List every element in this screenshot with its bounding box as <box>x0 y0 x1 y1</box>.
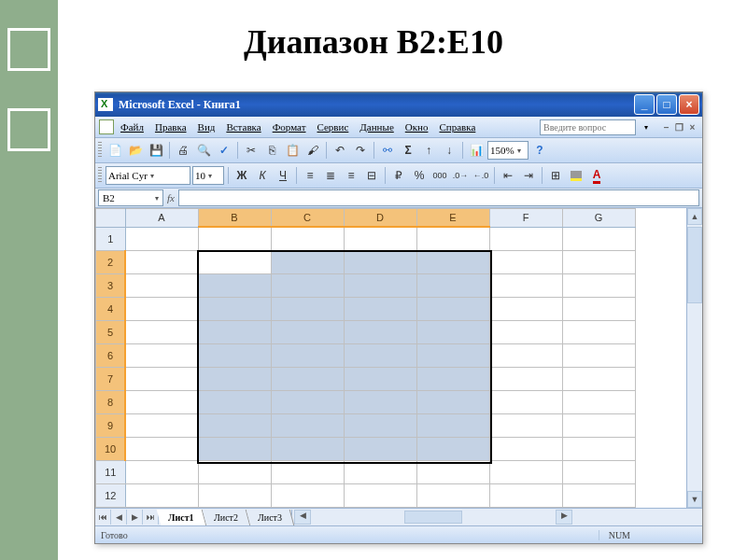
cell-F1[interactable] <box>489 227 562 251</box>
sheet-tab-Лист1[interactable]: Лист1 <box>157 510 206 525</box>
cell-G5[interactable] <box>562 321 635 344</box>
scroll-right-arrow[interactable]: ▶ <box>556 510 572 525</box>
cell-A2[interactable] <box>125 251 198 274</box>
row-header-8[interactable]: 8 <box>96 391 126 414</box>
cell-C9[interactable] <box>271 414 344 438</box>
cell-F4[interactable] <box>489 298 562 321</box>
cell-G4[interactable] <box>562 298 635 321</box>
close-button[interactable]: × <box>679 94 699 115</box>
cell-F7[interactable] <box>489 368 562 391</box>
column-header-A[interactable]: A <box>125 209 198 228</box>
cell-G12[interactable] <box>562 484 635 508</box>
zoom-dropdown[interactable]: 150%▾ <box>487 141 529 160</box>
cell-B4[interactable] <box>198 298 271 321</box>
new-icon[interactable]: 📄 <box>106 141 124 160</box>
cell-G10[interactable] <box>562 438 635 461</box>
cell-C5[interactable] <box>271 321 344 344</box>
cell-E10[interactable] <box>416 438 489 461</box>
cell-A10[interactable] <box>125 438 198 461</box>
cell-D11[interactable] <box>344 461 416 484</box>
cell-C12[interactable] <box>271 484 344 508</box>
toolbar-grip[interactable] <box>98 167 102 184</box>
cell-D6[interactable] <box>344 344 416 368</box>
cell-E3[interactable] <box>416 274 489 298</box>
cell-F9[interactable] <box>489 414 562 438</box>
tab-nav-2[interactable]: ▶ <box>127 510 143 525</box>
cell-B6[interactable] <box>198 344 271 368</box>
cell-A6[interactable] <box>125 344 198 368</box>
cell-B7[interactable] <box>198 368 271 391</box>
cell-F3[interactable] <box>489 274 562 298</box>
cell-D1[interactable] <box>344 227 416 251</box>
cell-E6[interactable] <box>416 344 489 368</box>
cell-B10[interactable] <box>198 438 271 461</box>
format-painter-icon[interactable]: 🖌 <box>303 141 322 160</box>
cell-A1[interactable] <box>125 227 198 251</box>
cell-E8[interactable] <box>416 391 489 414</box>
row-header-7[interactable]: 7 <box>96 368 126 391</box>
horizontal-scrollbar[interactable]: ◀ ▶ <box>292 510 702 525</box>
cell-C7[interactable] <box>271 368 344 391</box>
cell-B5[interactable] <box>198 321 271 344</box>
cell-B9[interactable] <box>198 414 271 438</box>
cell-E1[interactable] <box>416 227 489 251</box>
cell-E4[interactable] <box>416 298 489 321</box>
bold-button[interactable]: Ж <box>233 166 251 185</box>
decrease-decimal-icon[interactable]: ←.0 <box>472 166 490 185</box>
underline-button[interactable]: Ч <box>274 166 292 185</box>
spreadsheet-grid[interactable]: ABCDEFG123456789101112 <box>95 208 636 508</box>
minimize-button[interactable]: _ <box>634 94 655 115</box>
scroll-thumb[interactable] <box>687 227 702 303</box>
font-family-dropdown[interactable]: Arial Cyr▾ <box>106 166 190 185</box>
currency-icon[interactable]: ₽ <box>389 166 408 185</box>
row-header-6[interactable]: 6 <box>96 344 126 368</box>
cell-A8[interactable] <box>125 391 198 414</box>
cell-D2[interactable] <box>344 251 416 274</box>
column-header-E[interactable]: E <box>416 209 489 228</box>
menu-help[interactable]: Справка <box>434 119 480 134</box>
cell-F5[interactable] <box>489 321 562 344</box>
doc-minimize-button[interactable]: – <box>660 121 672 133</box>
cell-A4[interactable] <box>125 298 198 321</box>
help-icon[interactable]: ? <box>530 141 549 160</box>
percent-icon[interactable]: % <box>410 166 429 185</box>
hyperlink-icon[interactable]: ⚯ <box>378 141 397 160</box>
decrease-indent-icon[interactable]: ⇤ <box>499 166 517 185</box>
cut-icon[interactable]: ✂ <box>242 141 261 160</box>
maximize-button[interactable]: □ <box>656 94 677 115</box>
merge-center-icon[interactable]: ⊟ <box>362 166 381 185</box>
increase-indent-icon[interactable]: ⇥ <box>519 166 538 185</box>
autosum-icon[interactable]: Σ <box>399 141 417 160</box>
spellcheck-icon[interactable]: ✓ <box>215 141 233 160</box>
fill-color-icon[interactable] <box>567 166 585 185</box>
cell-E9[interactable] <box>416 414 489 438</box>
cell-E7[interactable] <box>416 368 489 391</box>
help-search-input[interactable] <box>540 119 636 135</box>
cell-B11[interactable] <box>198 461 271 484</box>
menu-view[interactable]: Вид <box>193 119 220 134</box>
menu-format[interactable]: Формат <box>268 119 311 134</box>
undo-icon[interactable]: ↶ <box>331 141 349 160</box>
cell-G11[interactable] <box>562 461 635 484</box>
cell-C2[interactable] <box>271 251 344 274</box>
cell-F8[interactable] <box>489 391 562 414</box>
cell-D9[interactable] <box>344 414 416 438</box>
cell-G3[interactable] <box>562 274 635 298</box>
cell-G9[interactable] <box>562 414 635 438</box>
cell-A9[interactable] <box>125 414 198 438</box>
cell-F10[interactable] <box>489 438 562 461</box>
menu-data[interactable]: Данные <box>355 119 398 134</box>
sort-desc-icon[interactable]: ↓ <box>440 141 458 160</box>
cell-A5[interactable] <box>125 321 198 344</box>
borders-icon[interactable]: ⊞ <box>546 166 565 185</box>
cell-C11[interactable] <box>271 461 344 484</box>
row-header-10[interactable]: 10 <box>96 438 126 461</box>
tab-nav-0[interactable]: ⏮ <box>95 510 111 525</box>
cell-A12[interactable] <box>125 484 198 508</box>
cell-C3[interactable] <box>271 274 344 298</box>
sheet-tab-Лист3[interactable]: Лист3 <box>246 510 294 525</box>
cell-D3[interactable] <box>344 274 416 298</box>
redo-icon[interactable]: ↷ <box>351 141 370 160</box>
cell-E12[interactable] <box>416 484 489 508</box>
column-header-D[interactable]: D <box>344 209 416 228</box>
